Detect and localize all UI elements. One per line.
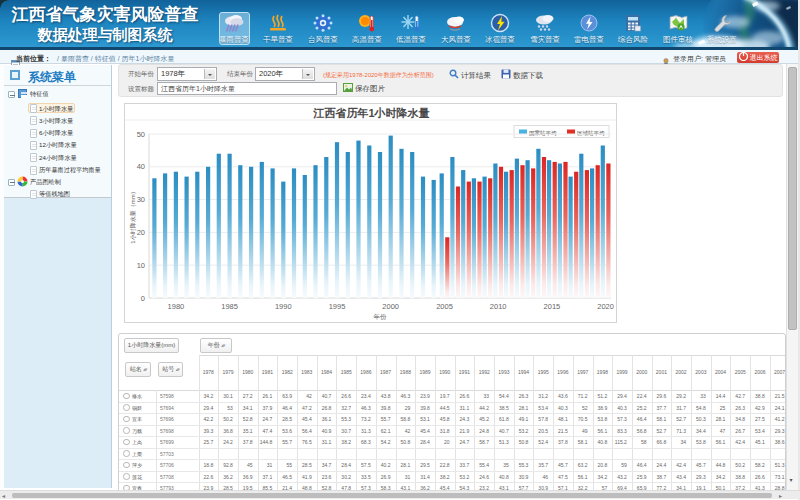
svg-text:2020: 2020 [597, 302, 614, 311]
svg-text:50: 50 [137, 130, 145, 139]
svg-text:10: 10 [137, 261, 145, 270]
svg-text:2010: 2010 [490, 302, 507, 311]
svg-text:年份: 年份 [374, 313, 388, 321]
svg-text:1980: 1980 [168, 302, 185, 311]
svg-text:国家站平均: 国家站平均 [529, 130, 557, 137]
svg-text:2015: 2015 [544, 302, 561, 311]
svg-text:1小时降水量（mm）: 1小时降水量（mm） [129, 188, 137, 243]
svg-text:20: 20 [137, 228, 145, 237]
svg-text:2005: 2005 [436, 302, 453, 311]
svg-text:0: 0 [141, 294, 145, 303]
svg-text:40: 40 [137, 162, 145, 171]
svg-text:2000: 2000 [382, 302, 399, 311]
svg-text:区域站平均: 区域站平均 [577, 130, 605, 136]
svg-text:1995: 1995 [329, 302, 346, 311]
svg-text:30: 30 [137, 195, 145, 204]
svg-text:1990: 1990 [275, 302, 292, 311]
svg-text:江西省历年1小时降水量: 江西省历年1小时降水量 [312, 107, 429, 119]
svg-text:1985: 1985 [221, 302, 238, 311]
